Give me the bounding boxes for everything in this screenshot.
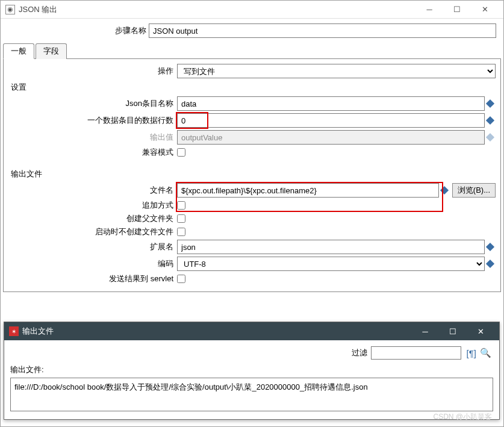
- operation-select[interactable]: 写到文件: [177, 64, 496, 78]
- settings-heading: 设置: [11, 82, 496, 93]
- json-entry-input[interactable]: [177, 96, 485, 111]
- filter-input[interactable]: [371, 346, 461, 360]
- encoding-label: 编码: [8, 258, 177, 269]
- tab-bar: 一般 字段: [3, 43, 501, 59]
- append-row: 追加方式: [8, 200, 496, 211]
- browse-button[interactable]: 浏览(B)...: [452, 183, 496, 198]
- tab-fields[interactable]: 字段: [36, 43, 67, 59]
- create-parent-row: 创建父文件夹: [8, 213, 496, 224]
- output-value-label: 输出值: [8, 132, 177, 143]
- output-file-heading: 输出文件: [11, 169, 496, 179]
- variable-icon[interactable]: [486, 243, 494, 251]
- operation-row: 操作 写到文件: [8, 64, 496, 78]
- sub-close-button[interactable]: ✕: [467, 322, 494, 340]
- search-icon[interactable]: 🔍: [480, 348, 491, 358]
- variable-icon[interactable]: [486, 116, 494, 125]
- body-area: 步骤名称 一般 字段 操作 写到文件 设置 Json条目名称: [1, 23, 503, 295]
- sub-minimize-button[interactable]: ─: [411, 322, 439, 340]
- json-entry-row: Json条目名称: [8, 96, 496, 111]
- append-label: 追加方式: [8, 200, 177, 211]
- output-value-row: 输出值: [8, 130, 496, 145]
- sub-body: 过滤 [¶] 🔍 输出文件: file:///D:/book/school bo…: [4, 340, 499, 419]
- ext-label: 扩展名: [8, 242, 177, 252]
- window-title: JSON 输出: [19, 4, 415, 15]
- titlebar: ◉ JSON 输出 ─ ☐ ✕: [1, 1, 503, 19]
- sub-app-icon: ✶: [9, 326, 19, 336]
- sub-window-title: 输出文件: [22, 326, 411, 337]
- close-button[interactable]: ✕: [471, 1, 499, 19]
- sub-maximize-button[interactable]: ☐: [439, 322, 467, 340]
- rows-row: 一个数据条目的数据行数: [8, 113, 496, 128]
- step-name-label: 步骤名称: [111, 25, 146, 36]
- create-parent-checkbox[interactable]: [177, 214, 185, 223]
- app-icon: ◉: [5, 5, 15, 14]
- encoding-select[interactable]: UTF-8: [177, 257, 485, 271]
- filter-row: 过滤 [¶] 🔍: [10, 346, 493, 360]
- compat-label: 兼容模式: [8, 147, 177, 158]
- tab-content: 操作 写到文件 设置 Json条目名称 一个数据条目的数据行数: [3, 59, 501, 292]
- servlet-checkbox[interactable]: [177, 275, 185, 283]
- variable-icon: [486, 133, 494, 142]
- filter-label: 过滤: [352, 348, 367, 358]
- tab-general[interactable]: 一般: [3, 43, 34, 59]
- regex-icon[interactable]: [¶]: [467, 348, 476, 358]
- no-create-start-row: 启动时不创建文件文件: [8, 226, 496, 237]
- compat-checkbox[interactable]: [177, 148, 185, 157]
- filename-row: 文件名 浏览(B)...: [8, 183, 496, 198]
- output-file-dialog: ✶ 输出文件 ─ ☐ ✕ 过滤 [¶] 🔍 输出文件: file:///D:/b…: [4, 322, 500, 420]
- output-file-label: 输出文件:: [10, 364, 493, 375]
- filename-label: 文件名: [8, 185, 177, 196]
- rows-label: 一个数据条目的数据行数: [8, 115, 177, 126]
- step-name-row: 步骤名称: [111, 23, 501, 38]
- servlet-row: 发送结果到 servlet: [8, 273, 496, 284]
- variable-icon[interactable]: [486, 99, 494, 108]
- json-entry-label: Json条目名称: [8, 98, 177, 109]
- servlet-label: 发送结果到 servlet: [8, 273, 177, 284]
- no-create-start-label: 启动时不创建文件文件: [8, 226, 177, 237]
- encoding-row: 编码 UTF-8: [8, 257, 496, 271]
- step-name-input[interactable]: [149, 23, 496, 38]
- ext-input[interactable]: [177, 240, 485, 254]
- filename-input[interactable]: [177, 183, 439, 198]
- maximize-button[interactable]: ☐: [443, 1, 471, 19]
- variable-icon[interactable]: [440, 186, 449, 195]
- create-parent-label: 创建父文件夹: [8, 213, 177, 224]
- no-create-start-checkbox[interactable]: [177, 228, 185, 236]
- compat-row: 兼容模式: [8, 147, 496, 158]
- output-value-input: [177, 130, 485, 145]
- variable-icon[interactable]: [486, 260, 494, 268]
- sub-titlebar: ✶ 输出文件 ─ ☐ ✕: [4, 322, 499, 340]
- append-checkbox[interactable]: [177, 201, 185, 210]
- rows-input[interactable]: [177, 113, 485, 128]
- minimize-button[interactable]: ─: [415, 1, 443, 19]
- operation-label: 操作: [8, 66, 177, 76]
- ext-row: 扩展名: [8, 240, 496, 254]
- output-file-path[interactable]: file:///D:/book/school book/数据导入于预处理/综合实…: [10, 378, 493, 411]
- window-controls: ─ ☐ ✕: [415, 1, 499, 19]
